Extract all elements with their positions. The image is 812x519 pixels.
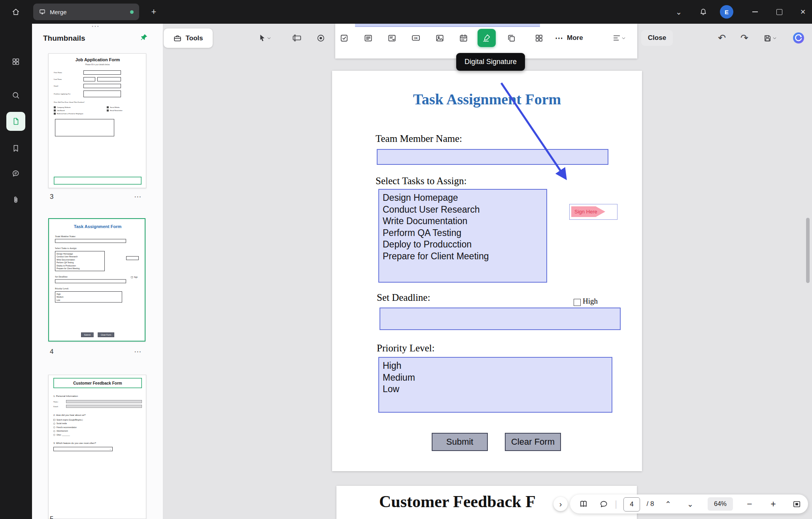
mini-field-label: Priority Level: xyxy=(55,287,140,291)
tasks-listbox[interactable]: Design Homepage Conduct User Research Wr… xyxy=(378,189,547,283)
mini-input-box xyxy=(55,279,126,283)
radio-button-icon xyxy=(316,34,325,43)
mini-field-label: Set Deadline: xyxy=(55,275,68,278)
deadline-input[interactable] xyxy=(380,308,621,330)
sidebar-item-search[interactable] xyxy=(6,86,25,105)
priority-option[interactable]: Medium xyxy=(383,372,612,384)
priority-listbox[interactable]: High Medium Low xyxy=(378,357,612,413)
thumbnail-page-3[interactable]: Job Application Form Please fill in your… xyxy=(48,53,146,188)
sign-here-tag[interactable]: Sign Here xyxy=(571,206,605,217)
image-field-tool[interactable] xyxy=(431,29,448,47)
list-box-tool[interactable] xyxy=(359,29,377,47)
fit-to-page-button[interactable] xyxy=(788,494,805,513)
svg-text:OK: OK xyxy=(414,37,418,40)
undo-button[interactable]: ↶ xyxy=(713,29,731,47)
previous-page-button[interactable]: ⌃ xyxy=(660,494,676,513)
expand-controls-button[interactable]: › xyxy=(553,497,568,511)
task-option[interactable]: Design Homepage xyxy=(383,192,546,204)
ai-assistant-button[interactable] xyxy=(790,29,807,47)
mini-field-label: Email xyxy=(54,85,83,87)
divider: | xyxy=(613,494,619,513)
home-button[interactable] xyxy=(7,6,25,18)
task-option[interactable]: Perform QA Testing xyxy=(383,227,546,239)
page-number-label: 5 xyxy=(50,515,53,519)
next-page-button[interactable]: ⌄ xyxy=(682,494,698,513)
annotation-view-button[interactable] xyxy=(595,494,612,513)
combo-box-icon xyxy=(387,34,397,43)
mini-clear-button: Clear Form xyxy=(98,332,114,337)
high-checkbox[interactable] xyxy=(574,299,581,306)
mini-radio xyxy=(53,434,55,436)
thumbnail-menu-button[interactable]: ⋯ xyxy=(134,192,142,201)
document-title: Task Assignment Form xyxy=(332,91,642,108)
thumbnail-menu-button[interactable]: ⋯ xyxy=(134,347,142,356)
mini-field-label: Last Name xyxy=(54,78,83,80)
align-fields-tool[interactable] xyxy=(606,29,633,47)
date-field-tool[interactable] xyxy=(455,29,472,47)
radio-button-tool[interactable] xyxy=(312,29,329,47)
duplicate-tool[interactable] xyxy=(502,29,520,47)
deadline-label: Set Deadline: xyxy=(377,292,430,303)
sidebar-item-design[interactable] xyxy=(6,517,25,519)
signature-field[interactable]: Sign Here xyxy=(569,204,617,220)
redo-button[interactable]: ↷ xyxy=(736,29,753,47)
task-option[interactable]: Prepare for Client Meeting xyxy=(383,251,546,262)
titlebar: Merge + ⌄ E ✕ xyxy=(0,0,812,24)
digital-signature-tool[interactable] xyxy=(478,29,496,47)
home-icon xyxy=(11,8,20,16)
minimize-button[interactable] xyxy=(749,6,761,17)
window-close-button[interactable]: ✕ xyxy=(797,6,809,17)
field-grid-tool[interactable] xyxy=(530,29,548,47)
sidebar-item-comments[interactable] xyxy=(6,164,25,183)
tab-merge[interactable]: Merge xyxy=(33,4,139,20)
priority-option[interactable]: High xyxy=(383,360,612,372)
mini-input-box xyxy=(55,239,126,243)
page-total-label: / 8 xyxy=(642,494,659,513)
mini-input-box xyxy=(66,400,142,403)
grid-fields-icon xyxy=(534,34,544,43)
task-option[interactable]: Conduct User Research xyxy=(383,204,546,216)
mini-submit-button: Submit xyxy=(81,332,93,337)
zoom-level[interactable]: 64% xyxy=(708,497,733,511)
plus-icon: + xyxy=(151,7,157,17)
mini-field-label: Team Member Name: xyxy=(55,235,140,238)
thumbnail-page-5[interactable]: Customer Feedback Form 1. Personal Infor… xyxy=(48,375,146,519)
titlebar-dropdown-button[interactable]: ⌄ xyxy=(672,6,685,17)
submit-button[interactable]: Submit xyxy=(432,433,488,451)
team-member-label: Team Member Name: xyxy=(376,133,462,144)
close-icon: ✕ xyxy=(800,8,806,16)
task-option[interactable]: Deploy to Producction xyxy=(383,239,546,251)
reader-view-button[interactable] xyxy=(575,494,592,513)
text-field-tool[interactable] xyxy=(288,29,306,47)
maximize-button[interactable] xyxy=(773,6,786,17)
unsaved-indicator-dot xyxy=(130,10,134,14)
sidebar-item-attachments[interactable] xyxy=(6,191,25,209)
notifications-button[interactable] xyxy=(697,6,710,18)
priority-option[interactable]: Low xyxy=(383,383,612,395)
vertical-scrollbar[interactable] xyxy=(806,218,810,283)
comment-icon xyxy=(11,169,20,178)
zoom-in-button[interactable]: + xyxy=(765,494,782,513)
select-tool[interactable] xyxy=(251,29,278,47)
sidebar-item-thumbnails[interactable] xyxy=(6,112,25,131)
tools-button[interactable]: Tools xyxy=(164,28,213,48)
mini-form-subtitle: Please fill in your details below. xyxy=(54,64,142,66)
pin-icon[interactable] xyxy=(140,33,148,43)
combo-box-tool[interactable] xyxy=(383,29,400,47)
push-button-tool[interactable]: OK xyxy=(407,29,425,47)
sidebar-item-bookmarks[interactable] xyxy=(6,139,25,158)
sidebar-item-grid-menu[interactable] xyxy=(6,52,25,71)
mini-textarea-box xyxy=(55,119,114,136)
zoom-out-button[interactable]: − xyxy=(741,494,758,513)
task-option[interactable]: Write Documentation xyxy=(383,215,546,227)
save-button[interactable] xyxy=(757,29,783,47)
search-icon xyxy=(11,91,20,100)
more-tools-button[interactable]: ⋯ More xyxy=(555,29,583,47)
avatar[interactable]: E xyxy=(720,5,733,19)
page-number-input[interactable]: 4 xyxy=(623,497,640,511)
close-form-mode-button[interactable]: Close xyxy=(641,30,673,46)
thumbnail-page-4[interactable]: Task Assignment Form Team Member Name: S… xyxy=(48,218,145,342)
new-tab-button[interactable]: + xyxy=(147,6,161,18)
clear-form-button[interactable]: Clear Form xyxy=(505,433,561,451)
checkbox-tool[interactable] xyxy=(335,29,353,47)
